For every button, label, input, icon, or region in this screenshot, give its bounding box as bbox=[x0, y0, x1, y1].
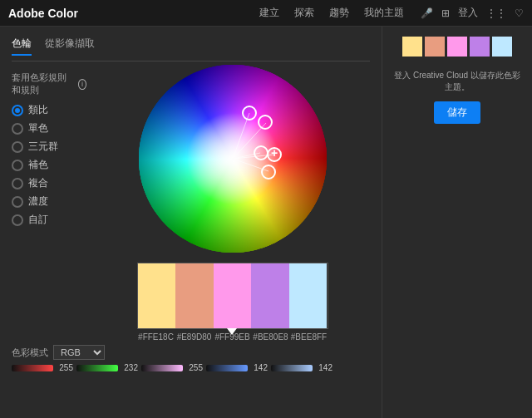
apps-icon[interactable]: ⋮⋮ bbox=[486, 7, 506, 19]
color-wheel-container[interactable]: + bbox=[137, 63, 328, 254]
dot-lines-svg bbox=[137, 63, 328, 254]
channel-r-gradient bbox=[12, 365, 53, 371]
nav-mythemes[interactable]: 我的主題 bbox=[364, 6, 404, 20]
mini-swatch-4[interactable] bbox=[492, 37, 512, 57]
channel-r: 255 bbox=[12, 363, 73, 372]
svg-line-1 bbox=[233, 113, 249, 159]
tab-color-wheel[interactable]: 色輪 bbox=[12, 37, 32, 56]
info-icon[interactable]: i bbox=[78, 79, 86, 90]
radio-dot-custom bbox=[12, 214, 23, 226]
grid-icon[interactable]: ⊞ bbox=[441, 7, 450, 19]
hex-1: #E89D80 bbox=[175, 332, 214, 342]
mini-swatch-2[interactable] bbox=[447, 37, 467, 57]
channel-5-gradient bbox=[271, 365, 313, 371]
radio-custom[interactable]: 自訂 bbox=[12, 213, 86, 227]
save-button[interactable]: 儲存 bbox=[434, 101, 480, 124]
save-description: 登入 Creative Cloud 以儲存此色彩主題。 bbox=[391, 70, 524, 93]
radio-dot-complementary bbox=[12, 160, 23, 171]
swatch-3[interactable] bbox=[251, 263, 289, 328]
rgb-row: 255 232 255 142 142 bbox=[12, 363, 370, 372]
swatches-row bbox=[137, 263, 328, 329]
app-logo: Adobe Color bbox=[8, 7, 78, 20]
color-mode-row: 色彩模式 RGB HSB LAB CMYK bbox=[12, 345, 370, 360]
channel-g: 232 bbox=[76, 363, 138, 372]
channel-g-value: 232 bbox=[120, 363, 138, 372]
radio-group: 類比 單色 三元群 補色 bbox=[12, 103, 86, 227]
radio-triad[interactable]: 三元群 bbox=[12, 140, 86, 154]
radio-monochrome[interactable]: 單色 bbox=[12, 121, 86, 135]
header-icons: 🎤 ⊞ 登入 ⋮⋮ ♡ bbox=[421, 6, 524, 20]
mini-swatch-1[interactable] bbox=[425, 37, 445, 57]
nav-create[interactable]: 建立 bbox=[259, 6, 279, 20]
svg-line-4 bbox=[233, 159, 268, 171]
mic-icon[interactable]: 🎤 bbox=[421, 7, 433, 19]
channel-b-value: 255 bbox=[185, 363, 203, 372]
svg-line-3 bbox=[233, 155, 274, 159]
radio-compound[interactable]: 複合 bbox=[12, 176, 86, 190]
main-container: 色輪 從影像擷取 套用色彩規則和規則 i 類比 單色 bbox=[0, 27, 532, 418]
hex-0: #FFE18C bbox=[137, 332, 175, 342]
right-panel: 登入 Creative Cloud 以儲存此色彩主題。 儲存 bbox=[382, 27, 532, 418]
channel-5-value: 142 bbox=[314, 363, 332, 372]
tabs: 色輪 從影像擷取 bbox=[12, 37, 370, 61]
heart-icon[interactable]: ♡ bbox=[515, 7, 524, 19]
color-mode-select[interactable]: RGB HSB LAB CMYK bbox=[53, 345, 105, 360]
hex-3: #BE80E8 bbox=[252, 332, 290, 342]
login-link[interactable]: 登入 bbox=[458, 6, 478, 20]
channel-4: 142 bbox=[206, 363, 268, 372]
channel-4-value: 142 bbox=[249, 363, 268, 372]
channel-b-gradient bbox=[141, 365, 183, 371]
left-panel: 色輪 從影像擷取 套用色彩規則和規則 i 類比 單色 bbox=[0, 27, 382, 418]
hex-4: #BEE8FF bbox=[290, 332, 328, 342]
swatch-4[interactable] bbox=[289, 263, 328, 328]
mini-swatch-0[interactable] bbox=[402, 37, 422, 57]
channel-r-value: 255 bbox=[55, 363, 73, 372]
header: Adobe Color 建立 探索 趨勢 我的主題 🎤 ⊞ 登入 ⋮⋮ ♡ bbox=[0, 0, 532, 27]
swatch-2[interactable] bbox=[214, 263, 252, 328]
color-mode-label: 色彩模式 bbox=[12, 347, 48, 359]
radio-dot-triad bbox=[12, 141, 23, 153]
main-nav: 建立 探索 趨勢 我的主題 bbox=[259, 6, 404, 20]
mini-swatch-3[interactable] bbox=[470, 37, 490, 57]
nav-trends[interactable]: 趨勢 bbox=[329, 6, 349, 20]
radio-complementary[interactable]: 補色 bbox=[12, 158, 86, 172]
radio-dot-monochrome bbox=[12, 123, 23, 135]
rules-label: 套用色彩規則和規則 i bbox=[12, 71, 86, 96]
radio-dot-analogous bbox=[12, 105, 23, 116]
radio-dot-shades bbox=[12, 196, 23, 208]
mini-swatches bbox=[391, 37, 524, 57]
swatch-1[interactable] bbox=[175, 263, 214, 328]
radio-analogous[interactable]: 類比 bbox=[12, 103, 86, 117]
channel-b: 255 bbox=[141, 363, 203, 372]
swatch-arrow bbox=[227, 328, 237, 335]
radio-dot-compound bbox=[12, 178, 23, 189]
radio-shades[interactable]: 濃度 bbox=[12, 194, 86, 209]
swatch-0[interactable] bbox=[138, 263, 176, 328]
channel-g-gradient bbox=[76, 365, 118, 371]
tab-image-extract[interactable]: 從影像擷取 bbox=[45, 37, 95, 56]
svg-line-0 bbox=[233, 123, 266, 159]
nav-explore[interactable]: 探索 bbox=[294, 6, 314, 20]
swatches-area: #FFE18C #E89D80 #FF99EB #BE80E8 #BEE8FF bbox=[137, 263, 328, 342]
channel-4-gradient bbox=[206, 365, 248, 371]
channel-5: 142 bbox=[271, 363, 332, 372]
